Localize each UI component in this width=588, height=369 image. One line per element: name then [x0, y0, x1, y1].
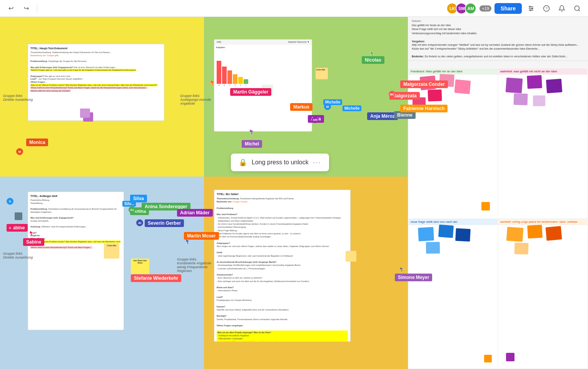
extra-count: +19	[479, 5, 491, 12]
panel-header-tr: wahrheit: was gefällt mir nicht an der I…	[498, 68, 587, 75]
sticky-tl-1	[80, 109, 90, 118]
svg-point-5	[530, 10, 531, 11]
canvas: Notizen: Das gefällt mir heute an der Id…	[0, 17, 588, 369]
sticky-coole-idde: Coole Idde	[104, 243, 119, 259]
search-icon[interactable]	[571, 2, 583, 15]
cursor-indicator-1	[210, 79, 215, 88]
badge-markus: Markus	[290, 103, 312, 111]
mini-avatar-s2: S	[7, 198, 13, 205]
avatar-group: LK SM AM	[446, 3, 476, 14]
badge-malgorzata-conder: Malgorzata Conder	[400, 80, 448, 88]
mini-avatar-mc: MC	[389, 91, 396, 98]
question-icon[interactable]: ?	[540, 2, 553, 15]
panel-cell-tr: wahrheit: was gefällt mir nicht an der I…	[498, 68, 587, 218]
svg-point-3	[530, 6, 531, 7]
share-button[interactable]: Share	[494, 3, 522, 14]
quadrant-label-tl: Gruppe linksDirekte Auswirkung	[3, 94, 33, 102]
doc-card-bl: TITEL: Anfänger-Heft Persönliche Bildung…	[28, 192, 124, 330]
panel-cell-br: werkleif: erfolg-ungs-plane für bestimmt…	[498, 219, 587, 369]
badge-monica: Monica	[26, 139, 48, 146]
toolbar-right: LK SM AM +19 Share ?	[446, 2, 583, 15]
note-1: Das gefällt mir heute an der Idee	[412, 23, 584, 28]
doc-card-br: TITEL: BLI Safari Themenbeschreibung: Fa…	[214, 190, 351, 342]
mini-avatar-am: AM	[312, 116, 319, 123]
doc-card-tl: TITEL: Haupt-Test-Dokument Themenbeschre…	[28, 44, 164, 121]
settings-icon[interactable]	[525, 2, 537, 15]
mini-avatar-monica: M	[16, 148, 23, 155]
notification-icon[interactable]	[556, 2, 568, 15]
panel-header-tl: Feedback: Was gefällt mir an der Idee	[409, 68, 498, 75]
lock-icon: 🔒	[239, 158, 247, 167]
note-3: Verbesserungsvorschlag mit bestimmten Id…	[412, 32, 584, 36]
svg-point-8	[575, 6, 579, 10]
panel-header-br: werkleif: erfolg-ungs-plane für bestimmt…	[498, 219, 587, 225]
mini-avatar-s: S	[7, 224, 13, 231]
sticky-green-1: Ende Idde	[316, 68, 328, 79]
svg-line-9	[578, 10, 580, 11]
svg-text:?: ?	[546, 7, 548, 10]
cursor-bl-2	[185, 239, 190, 246]
badge-sabine-2: Sabine	[23, 238, 44, 246]
cursor-right-panel	[399, 266, 404, 274]
badge-adrian: Adrian Mäder	[177, 209, 213, 217]
cursor-indicator-2	[249, 129, 255, 137]
mini-avatar-m: M	[324, 103, 331, 110]
toolbar-separator	[37, 4, 37, 13]
note-2: Diese Frage stellt sich mir bei dieser I…	[412, 27, 584, 32]
badge-nicolas: Nicolas	[362, 56, 384, 64]
mini-avatar-as: As	[129, 206, 135, 213]
quadrant-label-br: Gruppe linksKombinierte Angebotewenig Fr…	[177, 257, 211, 273]
mini-avatar-ai: AI	[136, 219, 143, 226]
badge-michel: Michel	[242, 140, 262, 148]
undo-button[interactable]: ↩	[5, 2, 17, 15]
sticky-bl-1	[15, 212, 22, 220]
sticky-bl-extra: Idee Birete Idee Birete	[131, 259, 149, 274]
badge-stefanie: Stefanie Wiederkehr	[131, 274, 181, 282]
lock-dots-button[interactable]: ···	[313, 159, 321, 167]
badge-anja-meroz: Anja Méroz	[367, 112, 398, 120]
panel-cell-tl: Feedback: Was gefällt mir an der Idee	[409, 68, 498, 218]
badge-martin-g: Martin Gäggeler	[230, 88, 271, 96]
toolbar: ↩ ↪ LK SM AM +19 Share ?	[0, 0, 588, 17]
badge-bienne: Bienne	[394, 111, 416, 119]
badge-martin-moser: Martin Moser	[184, 232, 219, 240]
svg-point-4	[532, 8, 533, 9]
quadrant-label-bl: Gruppe linksDirekte Auswirkung	[3, 252, 33, 259]
panel-cell-bl: neue frage stellt sich uns nach der	[409, 219, 498, 369]
badge-fabienne: Fabienne Harnisch	[400, 105, 448, 112]
redo-button[interactable]: ↪	[20, 2, 32, 15]
quadrant-label-tr: Gruppe linksAuslegungs-normdeAngebote	[180, 94, 211, 105]
sticky-br-1	[346, 251, 356, 262]
right-panel: Notizen: Das gefällt mir heute an der Id…	[408, 17, 588, 369]
badge-michelle-2: Michelle	[342, 105, 361, 111]
lock-text: Long press to unlock	[252, 159, 309, 166]
badge-severin: Severin Gerber	[145, 219, 184, 227]
badge-silv: Silv...	[122, 201, 136, 207]
avatar-am: AM	[465, 3, 476, 14]
panel-header-bl: neue frage stellt sich uns nach der	[409, 219, 498, 225]
lock-overlay: 🔒 Long press to unlock ···	[231, 154, 329, 171]
badge-simone: Simone Meyer	[395, 274, 432, 281]
cursor-bl-1	[29, 230, 34, 238]
